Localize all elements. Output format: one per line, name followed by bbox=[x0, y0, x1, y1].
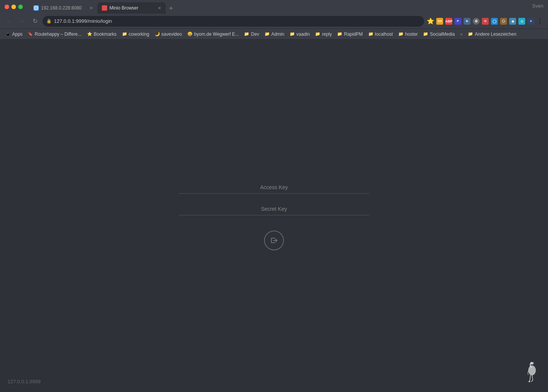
bookmark-routehappy[interactable]: 🔖 Routehappy – Differe... bbox=[25, 31, 84, 38]
bookmark-dev[interactable]: 📁 Dev bbox=[242, 31, 261, 38]
bookmarks-more[interactable]: » bbox=[458, 31, 465, 38]
minio-favicon bbox=[102, 5, 107, 11]
page-content: 127.0.0.1:9999 bbox=[0, 40, 548, 392]
bookmarks-star-icon: ⭐ bbox=[87, 32, 92, 36]
ext-icon6[interactable]: O bbox=[481, 17, 489, 25]
ext-abp-icon[interactable]: ABP bbox=[445, 17, 453, 25]
bookmark-admin-label: Admin bbox=[271, 32, 284, 37]
bookmark-bookmarks[interactable]: ⭐ Bookmarks bbox=[85, 31, 119, 38]
server-address-text: 127.0.0.1:9999 bbox=[8, 379, 41, 384]
forward-button[interactable]: → bbox=[17, 16, 27, 27]
bookmark-dev-label: Dev bbox=[251, 32, 259, 37]
bookmark-localhost[interactable]: 📁 localhost bbox=[366, 31, 395, 38]
bookmark-coworking-label: coworking bbox=[129, 32, 149, 37]
bookmark-hoster-label: hoster bbox=[405, 32, 418, 37]
bookmark-vaadin[interactable]: 📁 vaadin bbox=[287, 31, 312, 38]
vaadin-folder-icon: 📁 bbox=[290, 32, 295, 36]
dev-folder-icon: 📁 bbox=[244, 32, 249, 36]
extension-buttons: ⭐ 100 ABP P B ⚙ O ◯ ⬡ ◈ ◇ bbox=[426, 17, 544, 25]
bookmark-savevideo-label: savevideo bbox=[162, 32, 182, 37]
ext-icon7[interactable]: ◯ bbox=[490, 17, 499, 25]
ext-icon5[interactable]: ⚙ bbox=[472, 17, 480, 25]
user-name: Sven bbox=[532, 3, 543, 9]
bookmark-socialmedia-label: SocialMedia bbox=[430, 32, 455, 37]
maximize-button[interactable] bbox=[18, 5, 23, 9]
bookmark-byom-label: byom.de Wegwerf E... bbox=[194, 32, 239, 37]
tab1-close[interactable]: × bbox=[90, 5, 93, 11]
bookmark-apps-label: Apps bbox=[12, 32, 22, 37]
tab1-label: 192.168.0.228:8080 bbox=[41, 5, 82, 11]
reply-folder-icon: 📁 bbox=[315, 32, 320, 36]
bookmark-localhost-label: localhost bbox=[375, 32, 393, 37]
andere-folder-icon: 📁 bbox=[468, 32, 473, 36]
bookmark-andere-label: Andere Lesezeichen bbox=[475, 32, 516, 37]
url-text: 127.0.0.1:9999/minio/login bbox=[54, 18, 112, 24]
ext-icon4[interactable]: B bbox=[463, 17, 471, 25]
access-key-field[interactable] bbox=[179, 181, 369, 194]
bookmark-apps[interactable]: 📱 Apps bbox=[3, 31, 25, 38]
tab-active[interactable]: Minio Browser × bbox=[97, 2, 166, 14]
new-tab-button[interactable]: + bbox=[166, 3, 176, 14]
svg-point-4 bbox=[531, 362, 534, 365]
ext-icon10[interactable]: ◇ bbox=[518, 17, 526, 25]
localhost-folder-icon: 📁 bbox=[368, 32, 374, 36]
bookmark-vaadin-label: vaadin bbox=[296, 32, 310, 37]
coworking-folder-icon: 📁 bbox=[122, 32, 127, 36]
bookmarks-bar: 📱 Apps 🔖 Routehappy – Differe... ⭐ Bookm… bbox=[0, 29, 548, 40]
apps-icon: 📱 bbox=[5, 32, 11, 36]
svg-point-3 bbox=[528, 365, 536, 375]
routehappy-icon: 🔖 bbox=[28, 32, 33, 36]
menu-button[interactable]: ⋮ bbox=[536, 17, 544, 25]
login-form bbox=[179, 181, 369, 250]
address-bar[interactable]: 🔒 127.0.0.1:9999/minio/login bbox=[43, 16, 424, 27]
bookmark-star-button[interactable]: ⭐ bbox=[426, 17, 435, 25]
bookmark-andere[interactable]: 📁 Andere Lesezeichen bbox=[466, 31, 518, 38]
access-key-input[interactable] bbox=[179, 181, 369, 194]
tab-inactive[interactable]: 192.168.0.228:8080 × bbox=[29, 2, 97, 14]
admin-folder-icon: 📁 bbox=[264, 32, 270, 36]
minio-flamingo-logo bbox=[521, 362, 540, 388]
bookmark-savevideo[interactable]: 🌙 savevideo bbox=[152, 31, 184, 38]
savevideo-icon: 🌙 bbox=[155, 32, 160, 36]
bookmark-reply[interactable]: 📁 reply bbox=[313, 31, 334, 38]
ext-icon9[interactable]: ◈ bbox=[508, 17, 517, 25]
bookmark-byom[interactable]: 😀 byom.de Wegwerf E... bbox=[185, 31, 241, 38]
bookmark-bookmarks-label: Bookmarks bbox=[94, 32, 117, 37]
window-buttons bbox=[5, 5, 23, 9]
bookmark-rapidpm[interactable]: 📁 RapidPM bbox=[335, 31, 365, 38]
bookmark-rapidpm-label: RapidPM bbox=[344, 32, 363, 37]
back-button[interactable]: ← bbox=[4, 16, 14, 27]
socialmedia-folder-icon: 📁 bbox=[423, 32, 428, 36]
svg-line-8 bbox=[532, 375, 533, 380]
refresh-button[interactable]: ↻ bbox=[30, 16, 40, 27]
bookmark-hoster[interactable]: 📁 hoster bbox=[396, 31, 420, 38]
ext-100-icon[interactable]: 100 bbox=[436, 17, 444, 25]
svg-line-5 bbox=[530, 375, 531, 381]
title-bar: 192.168.0.228:8080 × Minio Browser × + S… bbox=[0, 0, 548, 14]
secret-key-input[interactable] bbox=[179, 203, 369, 215]
ext-icon3[interactable]: P bbox=[454, 17, 462, 25]
bookmark-socialmedia[interactable]: 📁 SocialMedia bbox=[421, 31, 457, 38]
bookmark-admin[interactable]: 📁 Admin bbox=[262, 31, 287, 38]
nav-bar: ← → ↻ 🔒 127.0.0.1:9999/minio/login ⭐ 100… bbox=[0, 14, 548, 29]
bookmark-reply-label: reply bbox=[322, 32, 332, 37]
login-button[interactable] bbox=[264, 231, 284, 250]
tab2-label: Minio Browser bbox=[109, 5, 138, 11]
server-address: 127.0.0.1:9999 bbox=[8, 379, 41, 384]
bookmark-routehappy-label: Routehappy – Differe... bbox=[35, 32, 81, 37]
rapidpm-folder-icon: 📁 bbox=[337, 32, 342, 36]
ext-icon11[interactable]: ✦ bbox=[527, 17, 535, 25]
secret-key-field[interactable] bbox=[179, 203, 369, 215]
bookmark-coworking[interactable]: 📁 coworking bbox=[120, 31, 152, 38]
hoster-folder-icon: 📁 bbox=[398, 32, 404, 36]
byom-icon: 😀 bbox=[187, 32, 193, 36]
lock-icon: 🔒 bbox=[46, 19, 52, 24]
ext-icon8[interactable]: ⬡ bbox=[499, 17, 508, 25]
svg-line-9 bbox=[531, 380, 533, 382]
minimize-button[interactable] bbox=[11, 5, 16, 9]
tab2-close[interactable]: × bbox=[158, 5, 161, 11]
url-display: 127.0.0.1:9999/minio/login bbox=[54, 18, 112, 24]
network-favicon bbox=[33, 5, 39, 11]
close-button[interactable] bbox=[5, 5, 9, 9]
